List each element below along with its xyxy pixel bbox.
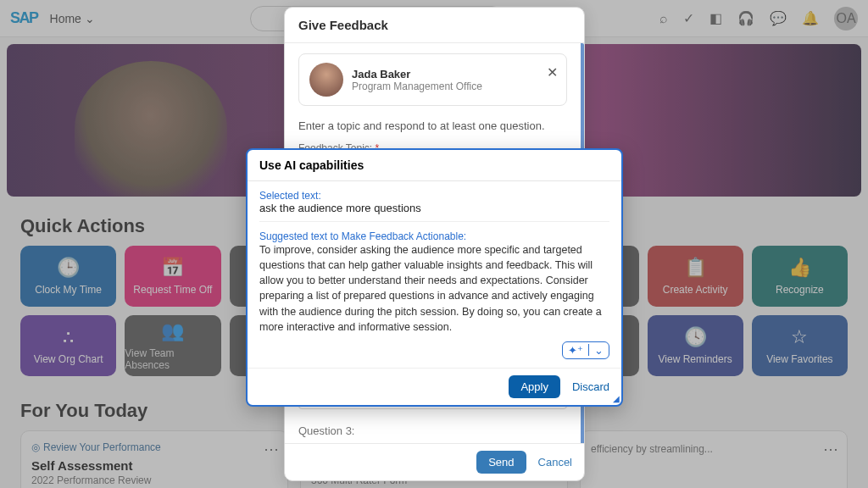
- ai-selected-label: Selected text:: [259, 190, 609, 202]
- send-button[interactable]: Send: [476, 451, 526, 474]
- ai-selected-block: Selected text: ask the audience more que…: [259, 190, 609, 222]
- ai-suggest-text: To improve, consider asking the audience…: [259, 242, 609, 335]
- person-avatar: [309, 63, 343, 97]
- ai-regenerate-button[interactable]: ✦⁺ ⌄: [562, 341, 609, 359]
- ai-suggest-label: Suggested text to Make Feedback Actionab…: [259, 230, 609, 242]
- feedback-modal-title: Give Feedback: [285, 8, 584, 43]
- chevron-down-icon: ⌄: [594, 344, 604, 357]
- ai-modal-footer: Apply Discard: [248, 368, 621, 405]
- ai-selected-text: ask the audience more questions: [259, 202, 609, 214]
- sparkle-icon: ✦⁺: [568, 344, 583, 357]
- cancel-button[interactable]: Cancel: [538, 456, 572, 469]
- ai-toolbar: ✦⁺ ⌄: [259, 341, 609, 359]
- apply-button[interactable]: Apply: [509, 375, 560, 398]
- person-name: Jada Baker: [352, 68, 482, 80]
- ai-modal-title: Use AI capabilities: [248, 150, 621, 181]
- resize-handle-icon[interactable]: ◢: [613, 394, 620, 403]
- remove-person-icon[interactable]: ✕: [547, 64, 558, 80]
- discard-button[interactable]: Discard: [572, 380, 609, 393]
- person-role: Program Management Office: [352, 80, 482, 92]
- ai-modal-body: Selected text: ask the audience more que…: [248, 181, 621, 368]
- feedback-intro: Enter a topic and respond to at least on…: [298, 119, 567, 132]
- feedback-modal-footer: Send Cancel: [285, 443, 584, 480]
- ai-capabilities-modal: Use AI capabilities Selected text: ask t…: [246, 148, 623, 407]
- feedback-person-card: ✕ Jada Baker Program Management Office: [298, 53, 567, 106]
- question-3-label: Question 3:: [298, 424, 567, 437]
